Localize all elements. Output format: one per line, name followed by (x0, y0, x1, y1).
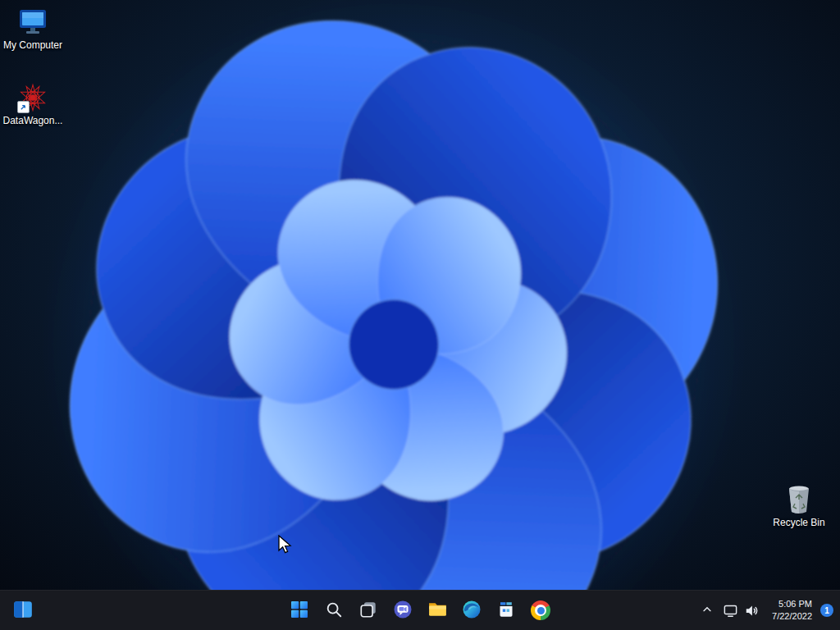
start-button[interactable] (283, 594, 316, 627)
taskbar-center-group (283, 594, 557, 627)
volume-icon (741, 594, 762, 627)
tray-chevron-button[interactable] (696, 594, 718, 627)
datawagon-shortcut-icon (17, 82, 48, 113)
taskbar-tray-group: 5:06 PM 7/22/2022 1 (696, 591, 837, 630)
desktop-icon-label: DataWagon... (3, 116, 63, 127)
clock-date: 7/22/2022 (772, 610, 812, 623)
chat-icon (393, 600, 413, 622)
microsoft-store-icon (496, 600, 516, 622)
search-icon (325, 600, 343, 621)
chevron-up-icon (701, 603, 714, 619)
desktop-icon-datawagon[interactable]: DataWagon... (1, 82, 65, 127)
folder-icon (427, 599, 448, 622)
search-button[interactable] (317, 594, 350, 627)
task-view-icon (359, 600, 377, 621)
edge-button[interactable] (455, 594, 488, 627)
windows-start-icon (290, 600, 309, 622)
computer-monitor-icon (17, 7, 48, 38)
shortcut-arrow-icon (17, 101, 30, 113)
taskbar-left-group (7, 594, 39, 627)
desktop-icon-label: Recycle Bin (773, 518, 824, 529)
clock[interactable]: 5:06 PM 7/22/2022 (764, 598, 819, 623)
blue-app-icon (12, 599, 34, 623)
pinned-app-button-left[interactable] (7, 594, 39, 627)
file-explorer-button[interactable] (421, 594, 454, 627)
task-view-button[interactable] (352, 594, 385, 627)
wallpaper-bloom (0, 0, 840, 630)
edge-browser-icon (462, 600, 482, 622)
notification-badge[interactable]: 1 (820, 604, 833, 617)
chrome-browser-icon (531, 600, 550, 620)
desktop-icon-recycle-bin[interactable]: Recycle Bin (767, 484, 831, 529)
desktop-icon-label: My Computer (3, 40, 62, 52)
network-icon (719, 594, 741, 627)
chrome-button[interactable] (524, 594, 557, 627)
desktop[interactable]: My Computer DataWagon... (0, 0, 840, 630)
recycle-bin-icon (783, 484, 815, 515)
clock-time: 5:06 PM (772, 598, 812, 610)
chat-button[interactable] (386, 594, 419, 627)
network-volume-pill[interactable] (718, 594, 764, 627)
desktop-icon-my-computer[interactable]: My Computer (1, 7, 65, 52)
store-button[interactable] (490, 594, 523, 627)
taskbar: 5:06 PM 7/22/2022 1 (0, 590, 840, 630)
